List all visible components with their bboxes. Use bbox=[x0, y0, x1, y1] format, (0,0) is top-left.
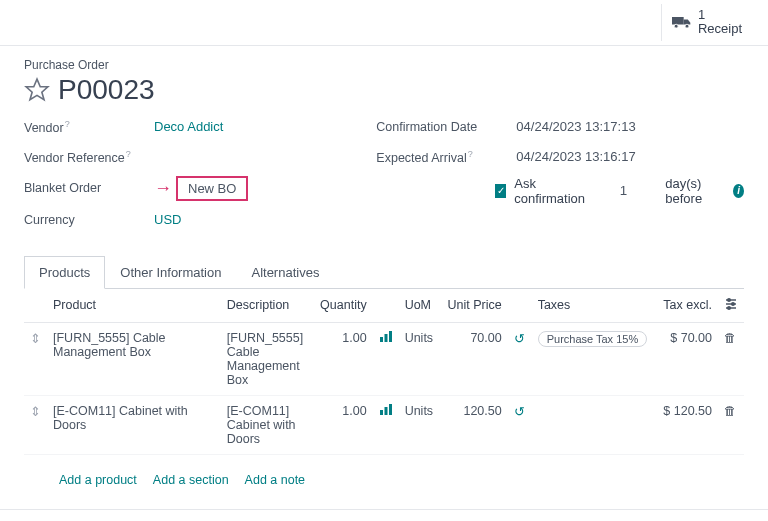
cell-unit-price[interactable]: 120.50 bbox=[440, 395, 508, 454]
days-before-label: day(s) before bbox=[665, 176, 725, 206]
favorite-star-icon[interactable] bbox=[24, 77, 50, 103]
cell-product[interactable]: [FURN_5555] Cable Management Box bbox=[47, 322, 221, 395]
refresh-price-icon[interactable]: ↺ bbox=[514, 405, 525, 419]
tab-alternatives[interactable]: Alternatives bbox=[236, 256, 334, 289]
vendor-value[interactable]: Deco Addict bbox=[154, 119, 223, 134]
col-tax-excl: Tax excl. bbox=[656, 289, 718, 323]
cell-qty[interactable]: 1.00 bbox=[313, 322, 373, 395]
page-title: P00023 bbox=[58, 74, 155, 106]
svg-rect-13 bbox=[380, 410, 383, 415]
cell-description[interactable]: [FURN_5555] Cable Management Box bbox=[221, 322, 313, 395]
truck-icon bbox=[672, 15, 692, 29]
vendor-label: Vendor bbox=[24, 121, 64, 135]
svg-point-2 bbox=[685, 25, 689, 29]
delete-row-icon[interactable]: 🗑 bbox=[724, 404, 737, 418]
svg-point-1 bbox=[674, 25, 678, 29]
svg-rect-15 bbox=[389, 404, 392, 415]
delete-row-icon[interactable]: 🗑 bbox=[724, 331, 737, 345]
column-settings-icon[interactable] bbox=[718, 289, 744, 323]
ask-confirmation-label: Ask confirmation bbox=[514, 176, 589, 206]
col-unit-price: Unit Price bbox=[440, 289, 508, 323]
col-taxes: Taxes bbox=[532, 289, 656, 323]
col-quantity: Quantity bbox=[313, 289, 373, 323]
currency-value[interactable]: USD bbox=[154, 212, 181, 227]
svg-rect-0 bbox=[672, 17, 684, 25]
vendor-reference-label: Vendor Reference bbox=[24, 151, 125, 165]
tab-products[interactable]: Products bbox=[24, 256, 105, 289]
confirmation-date-label: Confirmation Date bbox=[376, 120, 516, 134]
blanket-order-label: Blanket Order bbox=[24, 181, 154, 195]
drag-handle-icon[interactable]: ⇕ bbox=[24, 322, 47, 395]
cell-uom[interactable]: Units bbox=[399, 322, 440, 395]
svg-point-9 bbox=[728, 306, 731, 309]
record-type-label: Purchase Order bbox=[24, 58, 744, 72]
terms-input[interactable]: Define your terms and conditions ... bbox=[0, 509, 768, 521]
cell-tax-excl: $ 120.50 bbox=[656, 395, 718, 454]
info-icon[interactable]: i bbox=[733, 184, 744, 198]
add-product-link[interactable]: Add a product bbox=[59, 473, 137, 487]
cell-product[interactable]: [E-COM11] Cabinet with Doors bbox=[47, 395, 221, 454]
cell-tax-excl: $ 70.00 bbox=[656, 322, 718, 395]
cell-description[interactable]: [E-COM11] Cabinet with Doors bbox=[221, 395, 313, 454]
receipt-button[interactable]: 1 Receipt bbox=[661, 4, 752, 41]
table-row[interactable]: ⇕ [FURN_5555] Cable Management Box [FURN… bbox=[24, 322, 744, 395]
svg-rect-10 bbox=[380, 337, 383, 342]
svg-marker-3 bbox=[26, 79, 48, 100]
receipt-count: 1 bbox=[698, 8, 742, 22]
svg-rect-12 bbox=[389, 331, 392, 342]
refresh-price-icon[interactable]: ↺ bbox=[514, 332, 525, 346]
days-before-input[interactable] bbox=[597, 183, 627, 199]
cell-unit-price[interactable]: 70.00 bbox=[440, 322, 508, 395]
cell-uom[interactable]: Units bbox=[399, 395, 440, 454]
add-section-link[interactable]: Add a section bbox=[153, 473, 229, 487]
col-uom: UoM bbox=[399, 289, 440, 323]
forecast-chart-icon[interactable] bbox=[379, 331, 393, 343]
tab-other-information[interactable]: Other Information bbox=[105, 256, 236, 289]
receipt-label: Receipt bbox=[698, 22, 742, 36]
svg-rect-14 bbox=[384, 407, 387, 415]
cell-taxes[interactable] bbox=[532, 395, 656, 454]
col-product: Product bbox=[47, 289, 221, 323]
forecast-chart-icon[interactable] bbox=[379, 404, 393, 416]
cell-qty[interactable]: 1.00 bbox=[313, 395, 373, 454]
svg-point-7 bbox=[728, 298, 731, 301]
expected-arrival-value: 04/24/2023 13:16:17 bbox=[516, 149, 635, 164]
svg-rect-11 bbox=[384, 334, 387, 342]
ask-confirmation-checkbox[interactable]: ✓ bbox=[495, 184, 506, 198]
table-row[interactable]: ⇕ [E-COM11] Cabinet with Doors [E-COM11]… bbox=[24, 395, 744, 454]
add-note-link[interactable]: Add a note bbox=[245, 473, 305, 487]
expected-arrival-label: Expected Arrival bbox=[376, 151, 466, 165]
svg-point-8 bbox=[732, 302, 735, 305]
blanket-order-value[interactable]: New BO bbox=[176, 176, 248, 201]
col-description: Description bbox=[221, 289, 313, 323]
drag-handle-icon[interactable]: ⇕ bbox=[24, 395, 47, 454]
arrow-right-icon: → bbox=[154, 179, 172, 197]
confirmation-date-value: 04/24/2023 13:17:13 bbox=[516, 119, 635, 134]
tax-pill[interactable]: Purchase Tax 15% bbox=[538, 331, 648, 347]
currency-label: Currency bbox=[24, 213, 154, 227]
